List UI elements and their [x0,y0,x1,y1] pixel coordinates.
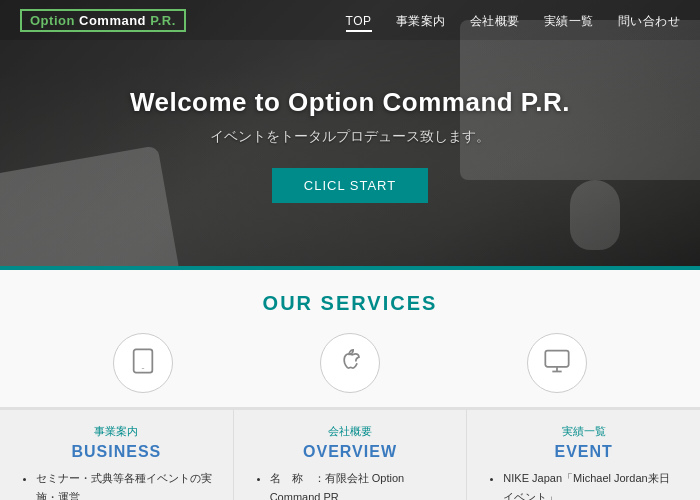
services-section: OUR SERVICES [0,270,700,500]
list-item: NIKE Japan「Michael Jordan来日イベント」 [503,469,680,500]
svg-rect-0 [134,349,153,372]
card-overview-label: 会社概要 [254,424,447,439]
header: Option Command P.R. TOP 事業案内 会社概要 実績一覧 問… [0,0,700,40]
hero-section: Welcome to Option Command P.R. イベントをトータル… [0,0,700,270]
main-nav: TOP 事業案内 会社概要 実績一覧 問い合わせ [346,11,680,30]
list-item: セミナー・式典等各種イベントの実施・運営 [36,469,213,500]
hero-title: Welcome to Option Command P.R. [130,87,570,118]
card-business-list: セミナー・式典等各種イベントの実施・運営 展示会 ブースデザイン・運営・進行 イ… [20,469,213,500]
card-event-title: EVENT [487,443,680,461]
services-icon-row [0,333,700,393]
nav-item-top[interactable]: TOP [346,11,372,30]
tablet-icon [129,347,157,379]
card-business: 事業案内 BUSINESS セミナー・式典等各種イベントの実施・運営 展示会 ブ… [0,407,234,500]
card-business-title: BUSINESS [20,443,213,461]
services-cards: 事業案内 BUSINESS セミナー・式典等各種イベントの実施・運営 展示会 ブ… [0,407,700,500]
card-event: 実績一覧 EVENT NIKE Japan「Michael Jordan来日イベ… [467,407,700,500]
nav-item-contact[interactable]: 問い合わせ [618,11,681,30]
logo-option: Option [30,13,75,28]
overview-icon-cell [320,333,380,393]
logo-pr: P.R. [150,13,176,28]
card-overview-title: OVERVIEW [254,443,447,461]
logo[interactable]: Option Command P.R. [20,9,186,32]
card-business-label: 事業案内 [20,424,213,439]
hero-mouse-deco [570,180,620,250]
hero-cta-button[interactable]: CLICL START [272,168,428,203]
card-event-label: 実績一覧 [487,424,680,439]
business-icon-cell [113,333,173,393]
svg-rect-2 [545,351,568,367]
card-overview: 会社概要 OVERVIEW 名 称 ：有限会社 Option Command P… [234,407,468,500]
hero-subtitle: イベントをトータルプロデュース致します。 [130,128,570,146]
card-overview-list: 名 称 ：有限会社 Option Command PR （英記：Option C… [254,469,447,500]
nav-item-kaisha[interactable]: 会社概要 [470,11,520,30]
nav-item-jigyou[interactable]: 事業案内 [396,11,446,30]
services-title: OUR SERVICES [0,292,700,315]
hero-content: Welcome to Option Command P.R. イベントをトータル… [130,87,570,203]
nav-item-jisseki[interactable]: 実績一覧 [544,11,594,30]
card-event-list: NIKE Japan「Michael Jordan来日イベント」 BOING W… [487,469,680,500]
list-item: 名 称 ：有限会社 Option Command PR [270,469,447,500]
event-icon-cell [527,333,587,393]
monitor-icon [543,347,571,379]
apple-icon [336,347,364,379]
